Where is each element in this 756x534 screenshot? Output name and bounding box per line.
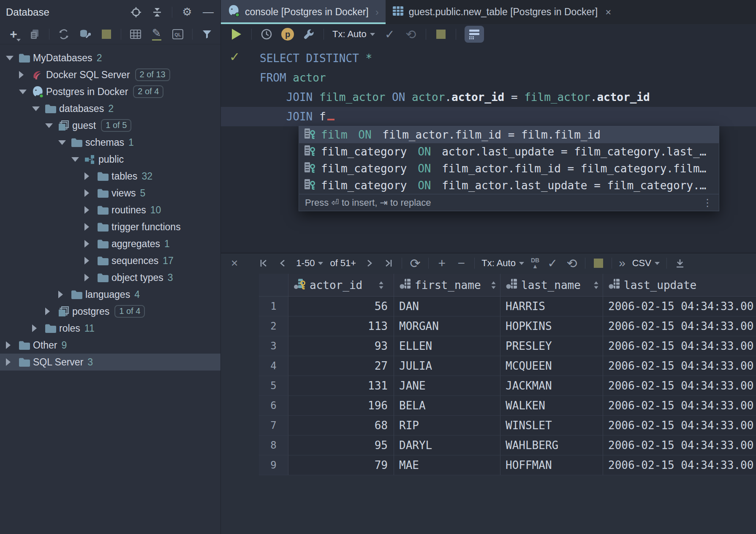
cell-first-name[interactable]: JULIA [394,356,500,376]
cell-actor-id[interactable]: 131 [288,376,394,396]
tree-item-postgres[interactable]: postgres1 of 4 [0,303,220,320]
delete-row-icon[interactable]: − [455,257,468,270]
refresh-icon[interactable] [57,28,71,41]
cell-last-name[interactable]: WINSLET [500,416,603,436]
next-page-icon[interactable] [363,257,375,270]
execute-icon[interactable] [230,28,243,41]
cell-last-update[interactable]: 2006-02-15 04:34:33.00 [603,436,756,455]
add-row-icon[interactable]: + [435,257,448,270]
submit-to-database-icon[interactable]: DB▲ [531,257,539,269]
reload-data-icon[interactable]: ⟳ [409,257,422,270]
code-line-3[interactable]: JOIN film_actor ON actor.actor_id = film… [221,87,756,107]
expand-arrow-icon[interactable] [84,257,97,264]
kebab-menu-icon[interactable]: ⋮ [702,197,713,209]
sort-icon[interactable] [593,281,599,290]
collapse-arrow-icon[interactable] [58,140,71,145]
previous-page-icon[interactable] [277,257,289,270]
editor-tab-0[interactable]: console [Postgres in Docker]› [221,0,386,24]
cell-last-update[interactable]: 2006-02-15 04:34:33.00 [603,396,756,416]
tree-item-languages[interactable]: languages4 [0,286,220,303]
cell-first-name[interactable]: RIP [394,416,500,436]
cell-last-update[interactable]: 2006-02-15 04:34:33.00 [603,416,756,436]
wrench-icon[interactable] [302,28,315,41]
tree-item-views[interactable]: views5 [0,185,220,202]
tree-item-mydatabases[interactable]: MyDatabases2 [0,49,220,66]
cell-first-name[interactable]: MORGAN [394,316,500,336]
cell-last-name[interactable]: WALKEN [500,396,603,416]
settings-gear-icon[interactable]: ⚙ [181,6,193,19]
cell-actor-id[interactable]: 27 [288,356,394,376]
tree-item-tables[interactable]: tables32 [0,168,220,185]
hide-panel-icon[interactable]: — [202,6,215,19]
tree-item-other[interactable]: Other9 [0,337,220,354]
code-line-2[interactable]: FROM actor [221,68,756,87]
cell-actor-id[interactable]: 196 [288,396,394,416]
column-header-last_name[interactable]: last_name [500,274,603,297]
completion-item-2[interactable]: film_category ON film_actor.film_id = fi… [299,160,719,177]
cell-last-name[interactable]: WAHLBERG [500,436,603,455]
tree-item-postgres-in-docker[interactable]: Postgres in Docker2 of 4 [0,83,220,100]
tree-item-aggregates[interactable]: aggregates1 [0,235,220,252]
cell-first-name[interactable]: MAE [394,455,500,475]
rollback-icon[interactable]: ⟲ [405,28,417,41]
stop-query-icon[interactable] [435,28,447,41]
column-header-first_name[interactable]: first_name [394,274,500,297]
tree-item-databases[interactable]: databases2 [0,100,220,117]
expand-arrow-icon[interactable] [45,308,58,315]
postgres-session-icon[interactable]: p [281,28,294,41]
expand-arrow-icon[interactable] [84,240,97,248]
page-range-select[interactable]: 1-50 [296,258,323,269]
cell-last-update[interactable]: 2006-02-15 04:34:33.00 [603,356,756,376]
code-line-4[interactable]: JOIN f [221,107,756,126]
expand-arrow-icon[interactable] [84,223,97,231]
commit-icon[interactable]: ✓ [383,28,396,41]
tree-item-trigger-functions[interactable]: trigger functions [0,218,220,235]
cell-last-update[interactable]: 2006-02-15 04:34:33.00 [603,336,756,356]
last-page-icon[interactable] [382,257,395,270]
history-clock-icon[interactable] [260,28,273,41]
tree-item-public[interactable]: public [0,151,220,168]
filter-icon[interactable] [200,28,214,41]
sort-icon[interactable] [378,281,384,290]
stop-icon[interactable] [99,28,113,41]
tx-mode-select[interactable]: Tx: Auto [332,29,375,40]
expand-arrow-icon[interactable] [84,206,97,214]
rollback-results-icon[interactable]: ⟲ [566,257,578,270]
cell-actor-id[interactable]: 68 [288,416,394,436]
tree-item-roles[interactable]: roles11 [0,320,220,337]
cell-first-name[interactable]: ELLEN [394,336,500,356]
close-tab-icon[interactable]: × [605,6,611,18]
cell-last-update[interactable]: 2006-02-15 04:34:33.00 [603,455,756,475]
first-page-icon[interactable] [257,257,270,270]
cell-last-name[interactable]: JACKMAN [500,376,603,396]
completion-item-1[interactable]: film_category ON actor.last_update = fil… [299,143,719,160]
completion-item-0[interactable]: film ON film_actor.film_id = film.film_i… [299,126,719,143]
tree-item-object-types[interactable]: object types3 [0,269,220,286]
cell-last-name[interactable]: HOFFMAN [500,455,603,475]
expand-arrow-icon[interactable] [84,274,97,281]
collapse-arrow-icon[interactable] [32,106,45,111]
cell-actor-id[interactable]: 93 [288,336,394,356]
more-actions-icon[interactable]: » [619,256,625,270]
edit-icon[interactable]: ✎ [150,28,163,41]
cell-last-name[interactable]: HARRIS [500,297,603,316]
editor-tab-1[interactable]: guest.public.new_table [Postgres in Dock… [386,0,618,24]
tree-item-sequences[interactable]: sequences17 [0,252,220,269]
expand-arrow-icon[interactable] [84,189,97,197]
query-console-icon[interactable]: QL [171,28,185,41]
cell-last-name[interactable]: MCQUEEN [500,356,603,376]
cell-last-update[interactable]: 2006-02-15 04:34:33.00 [603,297,756,316]
tree-item-routines[interactable]: routines10 [0,202,220,218]
column-header-last_update[interactable]: last_update [603,274,756,297]
expand-arrow-icon[interactable] [19,71,32,79]
close-results-icon[interactable]: × [231,256,238,270]
export-format-select[interactable]: CSV [632,258,660,269]
cell-actor-id[interactable]: 95 [288,436,394,455]
collapse-arrow-icon[interactable] [6,56,19,60]
cell-actor-id[interactable]: 56 [288,297,394,316]
commit-results-icon[interactable]: ✓ [546,257,559,270]
expand-arrow-icon[interactable] [6,341,19,349]
tree-item-guest[interactable]: guest1 of 5 [0,117,220,134]
collapse-arrow-icon[interactable] [19,90,32,94]
cell-first-name[interactable]: DARYL [394,436,500,455]
